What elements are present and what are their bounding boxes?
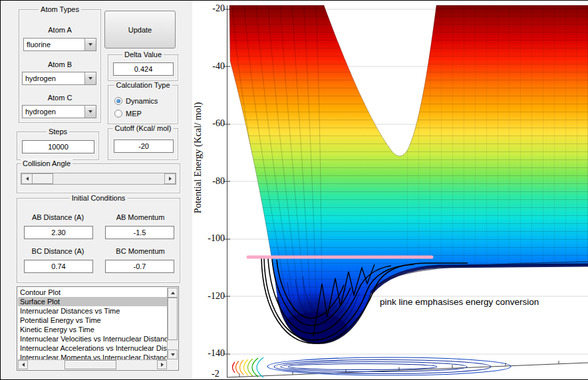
slider-left-button[interactable] (21, 173, 33, 184)
list-item[interactable]: Kinetic Energy vs Time (18, 325, 167, 334)
y-tick-label: -40 (197, 61, 225, 72)
chevron-down-icon (88, 43, 92, 46)
steps-title: Steps (47, 128, 69, 136)
scroll-left-button[interactable] (18, 360, 28, 369)
annotation-text: pink line emphasises energy conversion (380, 297, 539, 307)
ab-momentum-label: AB Momentum (100, 213, 181, 221)
atom-c-label: Atom C (19, 94, 100, 102)
arrow-right-icon (169, 177, 172, 181)
atom-types-title: Atom Types (39, 5, 81, 13)
list-item[interactable]: Internuclear Accelerations vs Internucle… (18, 343, 167, 353)
initial-conditions-group: Initial Conditions AB Distance (A) AB Mo… (17, 198, 180, 283)
ab-momentum-field[interactable] (105, 226, 174, 239)
atom-types-group: Atom Types Atom A fluorine Atom B hydrog… (19, 9, 101, 123)
collision-angle-group: Collision Angle (17, 163, 180, 193)
atom-a-value: fluorine (27, 41, 51, 48)
calculation-type-title: Calculation Type (114, 81, 172, 89)
y-tick-label: -140 (197, 348, 225, 359)
scrollbar-corner (167, 359, 178, 369)
delta-value-title: Delta Value (122, 50, 164, 58)
y-tick-label: -100 (197, 233, 225, 244)
atom-c-value: hydrogen (25, 108, 56, 116)
x-tick-label: -2 (212, 369, 220, 379)
cutoff-field[interactable] (114, 140, 174, 153)
list-item[interactable]: Internuclear Momenta vs Internuclear Dis… (18, 353, 167, 359)
ab-distance-field[interactable] (24, 226, 93, 239)
chevron-down-icon (88, 77, 92, 80)
mep-radio[interactable] (114, 110, 122, 118)
chevron-down-icon (88, 110, 92, 113)
arrow-left-icon (26, 177, 29, 181)
atom-a-dropdown-button[interactable] (84, 39, 96, 50)
list-item[interactable]: Internuclear Distances vs Time (18, 306, 167, 316)
atom-a-label: Atom A (19, 26, 100, 34)
bc-momentum-label: BC Momentum (100, 247, 181, 255)
atom-a-dropdown[interactable]: fluorine (23, 38, 96, 51)
list-item-selected[interactable]: Surface Plot (18, 297, 167, 306)
y-tick-label: -20 (197, 3, 225, 14)
arrow-up-icon (171, 292, 175, 294)
collision-angle-title: Collision Angle (21, 159, 73, 167)
bc-momentum-field[interactable] (105, 260, 174, 273)
list-item[interactable]: Contour Plot (18, 288, 167, 297)
list-vertical-scrollbar[interactable] (167, 288, 178, 359)
list-item[interactable]: Internuclear Velocities vs Internuclear … (18, 334, 167, 343)
arrow-right-icon (161, 363, 164, 367)
cutoff-title: Cutoff (Kcal/ mol) (113, 124, 174, 132)
ab-distance-label: AB Distance (A) (17, 213, 98, 221)
dynamics-radio[interactable] (114, 97, 122, 105)
y-tick-label: -80 (197, 176, 225, 187)
control-panel: Atom Types Atom A fluorine Atom B hydrog… (0, 0, 192, 380)
y-tick-label: -120 (197, 291, 225, 302)
scroll-right-button[interactable] (157, 360, 167, 369)
collision-angle-slider[interactable] (21, 173, 176, 185)
atom-c-dropdown[interactable]: hydrogen (22, 105, 96, 118)
atom-b-dropdown-button[interactable] (84, 72, 96, 84)
list-item[interactable]: Potential Energy vs Time (18, 316, 167, 325)
atom-b-value: hydrogen (25, 74, 56, 82)
initial-conditions-title: Initial Conditions (70, 194, 128, 202)
delta-value-group: Delta Value (108, 54, 178, 81)
bc-distance-label: BC Distance (A) (17, 247, 98, 255)
arrow-left-icon (22, 363, 25, 367)
atom-b-dropdown[interactable]: hydrogen (22, 72, 96, 85)
slider-right-button[interactable] (164, 173, 176, 184)
scroll-down-button[interactable] (168, 349, 178, 359)
delta-value-field[interactable] (113, 62, 174, 76)
slider-thumb[interactable] (32, 173, 53, 184)
arrow-down-icon (171, 353, 175, 356)
mep-radio-label: MEP (126, 110, 142, 118)
plot-type-listbox: Contour Plot Surface Plot Internuclear D… (17, 286, 179, 371)
list-horizontal-scrollbar[interactable] (18, 359, 167, 369)
steps-group: Steps (17, 132, 99, 160)
y-axis-label: Potential Energy (Kcal/ mol) (192, 85, 204, 231)
horizontal-scroll-thumb[interactable] (65, 360, 116, 369)
atom-b-label: Atom B (19, 60, 100, 68)
scroll-up-button[interactable] (168, 288, 178, 298)
cutoff-group: Cutoff (Kcal/ mol) (108, 128, 178, 160)
plot-type-list: Contour Plot Surface Plot Internuclear D… (18, 288, 167, 359)
steps-field[interactable] (22, 140, 94, 153)
dynamics-radio-label: Dynamics (126, 97, 158, 105)
surface-mesh (229, 5, 588, 361)
bc-distance-field[interactable] (24, 260, 93, 273)
atom-c-dropdown-button[interactable] (84, 106, 96, 118)
update-button[interactable]: Update (104, 11, 176, 48)
calculation-type-group: Calculation Type Dynamics MEP (108, 85, 178, 124)
y-tick-label: -60 (197, 118, 225, 129)
vertical-scroll-thumb[interactable] (168, 298, 178, 340)
